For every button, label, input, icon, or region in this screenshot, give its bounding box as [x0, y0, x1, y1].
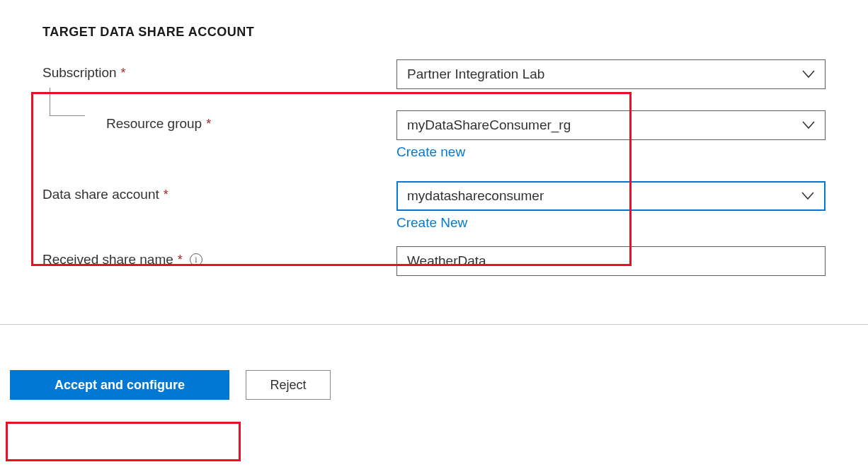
data-share-account-create-link[interactable]: Create New: [396, 215, 467, 231]
subscription-select[interactable]: Partner Integration Lab: [396, 59, 826, 89]
info-icon[interactable]: i: [190, 253, 202, 266]
resource-group-row: Resource group * myDataShareConsumer_rg …: [42, 110, 826, 160]
received-share-name-input[interactable]: WeatherData: [396, 246, 826, 276]
section-title: TARGET DATA SHARE ACCOUNT: [42, 25, 826, 40]
resource-group-select[interactable]: myDataShareConsumer_rg: [396, 110, 826, 140]
resource-group-create-link[interactable]: Create new: [396, 144, 465, 160]
required-asterisk: *: [164, 188, 169, 202]
reject-button[interactable]: Reject: [246, 370, 331, 400]
data-share-account-row: Data share account * mydatashareconsumer…: [42, 181, 826, 231]
required-asterisk: *: [178, 253, 183, 267]
subscription-label: Subscription: [42, 65, 117, 81]
data-share-account-value: mydatashareconsumer: [407, 188, 544, 204]
received-share-name-row: Received share name * i WeatherData: [42, 246, 826, 276]
required-asterisk: *: [121, 66, 126, 81]
resource-group-value: myDataShareConsumer_rg: [407, 117, 571, 133]
subscription-value: Partner Integration Lab: [407, 67, 544, 82]
required-asterisk: *: [206, 117, 211, 132]
data-share-account-label: Data share account: [42, 187, 159, 202]
received-share-name-label: Received share name: [42, 252, 173, 267]
chevron-down-icon: [802, 70, 815, 79]
subscription-row: Subscription * Partner Integration Lab: [42, 59, 826, 89]
resource-group-label: Resource group: [106, 116, 202, 132]
received-share-name-value: WeatherData: [407, 253, 486, 269]
chevron-down-icon: [802, 121, 815, 129]
tree-connector-icon: [50, 88, 85, 116]
accept-configure-button[interactable]: Accept and configure: [10, 370, 229, 400]
chevron-down-icon: [801, 192, 814, 200]
data-share-account-select[interactable]: mydatashareconsumer: [396, 181, 826, 211]
